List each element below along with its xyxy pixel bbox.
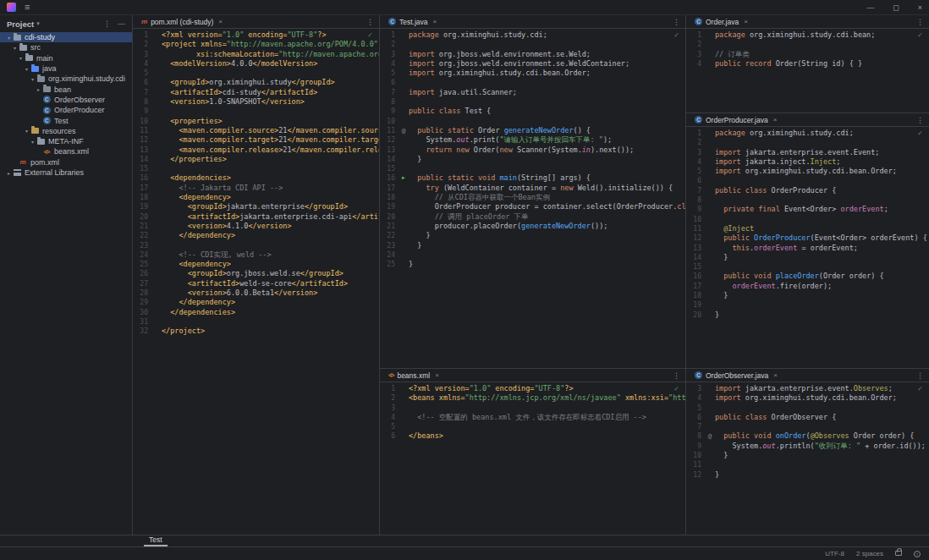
- code-line[interactable]: 16 public void placeOrder(Order order) {: [686, 272, 929, 281]
- run-tab-test[interactable]: Test: [144, 535, 168, 546]
- close-icon[interactable]: ×: [218, 18, 223, 25]
- close-icon[interactable]: ×: [435, 371, 439, 379]
- code-line[interactable]: 20}: [686, 310, 929, 320]
- close-icon[interactable]: ×: [433, 18, 437, 25]
- code-line[interactable]: 1package org.ximinghui.study.cdi;: [686, 129, 929, 138]
- code-line[interactable]: 28 <version>6.0.0.Beta1</version>: [133, 288, 379, 298]
- code-line[interactable]: 11 <maven.compiler.source>21</maven.comp…: [133, 126, 379, 135]
- code-line[interactable]: 3: [380, 404, 685, 413]
- code-line[interactable]: 6: [380, 78, 685, 87]
- tree-item-pom-xml[interactable]: mpom.xml: [0, 157, 132, 167]
- code-line[interactable]: 15: [133, 164, 379, 173]
- code-line[interactable]: 2<project xmlns="http://maven.apache.org…: [133, 40, 379, 49]
- code-area[interactable]: 1package org.ximinghui.study.cdi;23impor…: [686, 129, 929, 320]
- code-line[interactable]: 31: [133, 317, 379, 327]
- code-line[interactable]: 12 System.out.print("请输入订单号并按回车下单: ");: [380, 135, 685, 145]
- chevron-down-icon[interactable]: ▾: [29, 76, 36, 82]
- code-line[interactable]: 15: [686, 262, 929, 272]
- code-line[interactable]: 18 <dependency>: [133, 193, 379, 202]
- code-line[interactable]: 4import org.ximinghui.study.cdi.bean.Ord…: [686, 393, 929, 403]
- code-line[interactable]: 13 <maven.compiler.release>21</maven.com…: [133, 145, 379, 155]
- tree-item-resources[interactable]: ▾resources: [0, 126, 132, 136]
- code-line[interactable]: 3import org.jboss.weld.environment.se.We…: [380, 50, 685, 59]
- code-line[interactable]: 11@ public static Order generateNewOrder…: [380, 126, 685, 135]
- tab-test-java[interactable]: C Test.java ×: [385, 15, 440, 28]
- code-line[interactable]: 8: [380, 97, 685, 107]
- code-line[interactable]: 5: [133, 69, 379, 78]
- lock-icon[interactable]: [895, 550, 902, 557]
- tree-item-orderproducer[interactable]: COrderProducer: [0, 105, 132, 115]
- code-line[interactable]: 1<?xml version="1.0" encoding="UTF-8"?>: [133, 30, 379, 40]
- code-line[interactable]: 19 OrderProducer producer = container.se…: [380, 202, 685, 211]
- code-line[interactable]: 5: [380, 422, 685, 431]
- code-line[interactable]: 6 <groupId>org.ximinghui.study</groupId>: [133, 78, 379, 87]
- code-line[interactable]: 3import jakarta.enterprise.event.Observe…: [686, 384, 929, 393]
- minimize-button[interactable]: —: [866, 3, 874, 12]
- chevron-down-icon[interactable]: ▾: [11, 45, 19, 51]
- code-line[interactable]: 25}: [380, 260, 685, 269]
- code-line[interactable]: 2<beans xmlns="http://xmlns.jcp.org/xml/…: [380, 393, 685, 403]
- code-line[interactable]: 7 <artifactId>cdi-study</artifactId>: [133, 88, 379, 97]
- chevron-right-icon[interactable]: ▸: [5, 170, 13, 176]
- main-menu-icon[interactable]: ≡: [25, 3, 30, 12]
- code-line[interactable]: 24 <!-- CDI实现, weld -->: [133, 250, 379, 260]
- code-line[interactable]: 10: [380, 117, 685, 126]
- code-area[interactable]: 1<?xml version="1.0" encoding="UTF-8"?>2…: [133, 30, 379, 337]
- close-icon[interactable]: ×: [744, 18, 748, 25]
- code-line[interactable]: 2: [686, 138, 929, 147]
- code-line[interactable]: 7: [686, 422, 929, 431]
- code-line[interactable]: 14 }: [686, 253, 929, 262]
- code-line[interactable]: 19 <groupId>jakarta.enterprise</groupId>: [133, 202, 379, 211]
- code-line[interactable]: 3// 订单类: [686, 50, 929, 59]
- code-line[interactable]: 32</project>: [133, 327, 379, 336]
- code-line[interactable]: 27 <artifactId>weld-se-core</artifactId>: [133, 279, 379, 288]
- code-line[interactable]: 8: [686, 195, 929, 205]
- code-line[interactable]: 7public class OrderProducer {: [686, 186, 929, 195]
- close-icon[interactable]: ×: [773, 371, 778, 379]
- tab-orderproducer-java[interactable]: C OrderProducer.java ×: [691, 113, 780, 126]
- code-line[interactable]: 5: [686, 404, 929, 413]
- code-line[interactable]: 13 return new Order(new Scanner(System.i…: [380, 145, 685, 155]
- code-line[interactable]: 6public class OrderObserver {: [686, 413, 929, 422]
- chevron-right-icon[interactable]: ▸: [35, 86, 42, 92]
- run-gutter-icon[interactable]: ▶: [399, 173, 409, 183]
- code-line[interactable]: 16 <dependencies>: [133, 173, 379, 183]
- code-line[interactable]: 15: [380, 164, 685, 173]
- hide-panel-icon[interactable]: —: [118, 19, 125, 28]
- code-line[interactable]: 12}: [686, 470, 929, 480]
- code-line[interactable]: 8@ public void onOrder(@Observes Order o…: [686, 431, 929, 441]
- code-line[interactable]: 17 orderEvent.fire(order);: [686, 282, 929, 291]
- code-line[interactable]: 2: [380, 40, 685, 49]
- code-line[interactable]: 1<?xml version="1.0" encoding="UTF-8"?>: [380, 384, 685, 393]
- pane-menu-icon[interactable]: ⋮: [361, 18, 379, 26]
- code-line[interactable]: 21 producer.placeOrder(generateNewOrder(…: [380, 222, 685, 231]
- tree-item-cdi-study[interactable]: ▾cdi-study: [0, 32, 132, 42]
- code-line[interactable]: 11: [686, 460, 929, 469]
- code-line[interactable]: 26 <groupId>org.jboss.weld.se</groupId>: [133, 269, 379, 278]
- code-line[interactable]: 19: [686, 300, 929, 310]
- code-line[interactable]: 6</beans>: [380, 431, 685, 441]
- chevron-down-icon[interactable]: ▾: [17, 55, 25, 61]
- code-line[interactable]: 4import org.jboss.weld.environment.se.We…: [380, 59, 685, 69]
- code-line[interactable]: 10 }: [686, 451, 929, 460]
- code-line[interactable]: 17 try (WeldContainer container = new We…: [380, 184, 685, 193]
- tree-item-test[interactable]: CTest: [0, 115, 132, 125]
- code-line[interactable]: 14 </properties>: [133, 155, 379, 164]
- code-line[interactable]: 7import java.util.Scanner;: [380, 88, 685, 97]
- code-line[interactable]: 9 private final Event<Order> orderEvent;: [686, 205, 929, 214]
- code-line[interactable]: 6: [686, 176, 929, 185]
- code-line[interactable]: 2: [686, 40, 929, 49]
- tab-order-java[interactable]: C Order.java ×: [691, 15, 751, 28]
- annotation-gutter-icon[interactable]: @: [399, 126, 409, 135]
- code-area[interactable]: 3import jakarta.enterprise.event.Observe…: [686, 384, 929, 480]
- tree-item-bean[interactable]: ▸bean: [0, 84, 132, 94]
- code-line[interactable]: 9: [133, 107, 379, 116]
- code-line[interactable]: 18 }: [686, 291, 929, 300]
- maximize-button[interactable]: ◻: [893, 3, 899, 12]
- code-line[interactable]: 29 </dependency>: [133, 298, 379, 307]
- pane-menu-icon[interactable]: ⋮: [911, 18, 929, 26]
- tab-beans-xml[interactable]: </> beans.xml ×: [385, 369, 443, 382]
- code-line[interactable]: 22 </dependency>: [133, 231, 379, 240]
- indent-indicator[interactable]: 2 spaces: [856, 550, 883, 557]
- code-line[interactable]: 14 }: [380, 155, 685, 164]
